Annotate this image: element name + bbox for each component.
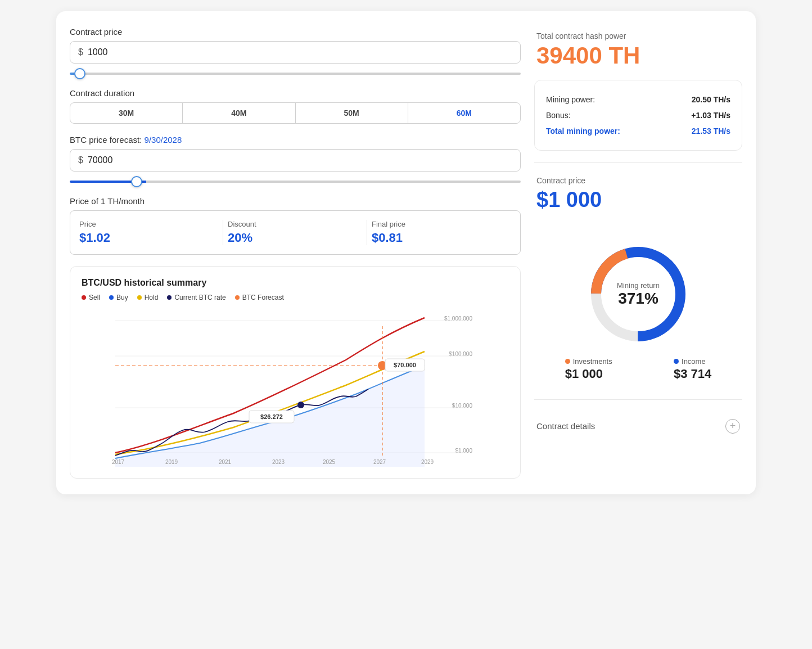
investments-col: Investments $1 000 — [565, 357, 612, 381]
btc-forecast-dot — [235, 295, 240, 300]
th-price-grid: Price $1.02 Discount 20% Final price $0.… — [79, 220, 511, 245]
duration-tabs: 30M 40M 50M 60M — [70, 102, 521, 124]
svg-text:2021: 2021 — [219, 459, 232, 465]
discount-col-value: 20% — [228, 231, 252, 245]
svg-text:2019: 2019 — [165, 459, 178, 465]
final-price-col: Final price $0.81 — [367, 220, 511, 245]
total-mining-row: Total mining power: 21.53 TH/s — [546, 123, 730, 139]
mining-power-label-cell: Mining power: — [546, 92, 667, 107]
mining-power-value-cell: 20.50 TH/s — [667, 92, 730, 107]
th-price-label: Price of 1 TH/month — [70, 196, 521, 206]
bonus-value-cell: +1.03 TH/s — [667, 107, 730, 123]
total-mining-label-cell: Total mining power: — [546, 123, 667, 139]
main-container: Contract price $ 1000 Contract duration … — [56, 11, 756, 494]
svg-text:$26.272: $26.272 — [260, 413, 283, 420]
duration-tab-60m[interactable]: 60M — [408, 103, 520, 123]
svg-text:2027: 2027 — [373, 459, 386, 465]
btc-price-input-box[interactable]: $ 70000 — [70, 149, 521, 172]
income-dot — [674, 359, 679, 364]
donut-wrapper: Mining return 371% — [582, 238, 694, 350]
btc-forecast-date-link[interactable]: 9/30/2028 — [145, 135, 182, 145]
svg-text:$70.000: $70.000 — [394, 362, 416, 368]
duration-tab-40m[interactable]: 40M — [183, 103, 295, 123]
contract-price-right-label: Contract price — [536, 176, 740, 185]
contract-price-slider-container — [70, 67, 521, 77]
discount-col: Discount 20% — [223, 220, 367, 245]
donut-center-value: 371% — [617, 289, 660, 307]
legend-hold-label: Hold — [145, 294, 159, 301]
hash-power-label: Total contract hash power — [536, 31, 740, 40]
contract-duration-section: Contract duration 30M 40M 50M 60M — [70, 88, 521, 124]
contract-duration-label: Contract duration — [70, 88, 521, 98]
duration-tab-30m[interactable]: 30M — [70, 103, 183, 123]
discount-col-label: Discount — [228, 220, 256, 228]
price-col-label: Price — [79, 220, 96, 228]
chart-svg: $1.000.000 $100.000 $10.000 $1.000 — [82, 309, 509, 467]
mining-power-card: Mining power: 20.50 TH/s Bonus: +1.03 TH… — [534, 80, 742, 151]
investments-dot — [565, 359, 570, 364]
svg-text:2025: 2025 — [323, 459, 336, 465]
btc-dollar-sign: $ — [78, 155, 83, 165]
svg-point-11 — [297, 402, 304, 408]
legend-sell-label: Sell — [89, 294, 100, 301]
income-label-row: Income — [674, 357, 706, 366]
btc-forecast-label: BTC price forecast: 9/30/2028 — [70, 135, 521, 145]
hash-power-value: 39400 TH — [536, 43, 740, 69]
svg-text:2029: 2029 — [421, 459, 434, 465]
contract-price-slider[interactable] — [70, 73, 521, 75]
donut-center-text: Mining return 371% — [617, 281, 660, 307]
legend-hold: Hold — [137, 294, 159, 301]
hash-power-section: Total contract hash power 39400 TH — [534, 27, 742, 71]
contract-price-label: Contract price — [70, 27, 521, 37]
legend-current-btc-label: Current BTC rate — [174, 294, 225, 301]
investment-income-row: Investments $1 000 Income $3 714 — [534, 357, 742, 381]
final-price-col-label: Final price — [372, 220, 405, 228]
contract-price-right-value: $1 000 — [536, 187, 740, 213]
legend-buy-label: Buy — [116, 294, 128, 301]
contract-details-text: Contract details — [536, 421, 595, 431]
chart-section: BTC/USD historical summary Sell Buy Hold… — [70, 266, 521, 479]
current-btc-dot — [167, 295, 172, 300]
btc-forecast-section: BTC price forecast: 9/30/2028 $ 70000 — [70, 135, 521, 185]
mining-power-row: Mining power: 20.50 TH/s — [546, 92, 730, 107]
contract-price-input-box[interactable]: $ 1000 — [70, 41, 521, 64]
divider-2 — [534, 399, 742, 400]
th-price-grid-container: Price $1.02 Discount 20% Final price $0.… — [70, 210, 521, 255]
svg-text:2017: 2017 — [112, 459, 125, 465]
btc-price-display: 70000 — [88, 155, 113, 165]
donut-container: Mining return 371% Investments $1 000 In… — [534, 238, 742, 381]
income-value: $3 714 — [674, 367, 711, 381]
th-price-section: Price of 1 TH/month Price $1.02 Discount… — [70, 196, 521, 255]
legend-current-btc: Current BTC rate — [167, 294, 225, 301]
hold-dot — [137, 295, 142, 300]
total-mining-value-cell: 21.53 TH/s — [667, 123, 730, 139]
chart-title: BTC/USD historical summary — [82, 278, 509, 288]
chart-wrapper: $1.000.000 $100.000 $10.000 $1.000 — [82, 309, 509, 467]
duration-tab-50m[interactable]: 50M — [296, 103, 408, 123]
contract-details-expand-button[interactable]: + — [725, 419, 740, 434]
final-price-col-value: $0.81 — [372, 231, 403, 245]
btc-price-slider-container — [70, 175, 521, 185]
bonus-row: Bonus: +1.03 TH/s — [546, 107, 730, 123]
contract-details-row: Contract details + — [534, 411, 742, 435]
sell-dot — [82, 295, 86, 300]
bonus-label-cell: Bonus: — [546, 107, 667, 123]
contract-price-section: Contract price $ 1000 — [70, 27, 521, 77]
investments-label: Investments — [573, 357, 612, 366]
legend-btc-forecast: BTC Forecast — [235, 294, 284, 301]
contract-price-display: 1000 — [88, 47, 108, 57]
btc-price-slider[interactable] — [70, 181, 521, 183]
buy-dot — [109, 295, 114, 300]
legend-btc-forecast-label: BTC Forecast — [242, 294, 284, 301]
income-col: Income $3 714 — [674, 357, 711, 381]
left-panel: Contract price $ 1000 Contract duration … — [70, 27, 521, 479]
legend-sell: Sell — [82, 294, 100, 301]
investments-label-row: Investments — [565, 357, 612, 366]
donut-center-label: Mining return — [617, 281, 660, 289]
contract-price-right-section: Contract price $1 000 — [534, 174, 742, 224]
price-col: Price $1.02 — [79, 220, 223, 245]
chart-legend: Sell Buy Hold Current BTC rate BTC Forec… — [82, 294, 509, 301]
investments-value: $1 000 — [565, 367, 603, 381]
divider-1 — [534, 162, 742, 163]
income-label: Income — [682, 357, 706, 366]
